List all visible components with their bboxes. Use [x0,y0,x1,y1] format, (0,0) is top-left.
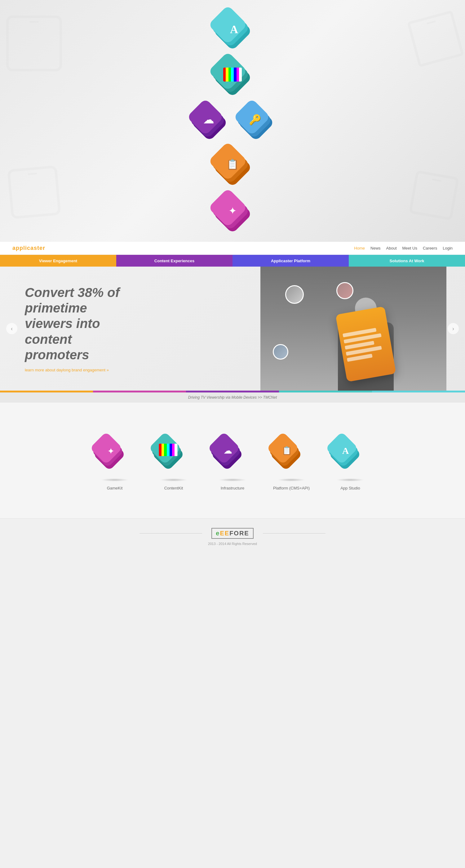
banner-next-button[interactable]: › [447,323,459,334]
product-label-appstudio: App Studio [340,486,360,490]
footer-logo: eEEFORE [211,528,253,539]
nav-link-careers[interactable]: Careers [423,246,437,250]
arrow-left-icon: ‹ [11,326,13,332]
hero-icon-platform: 🔑 [239,104,273,138]
hero-icons-cloud-row: ☁ 🔑 [192,104,273,138]
footer-logo-green: e [216,530,220,537]
banner-sublink[interactable]: learn more about daylong brand engagemen… [25,368,136,372]
banner-image-area [229,267,446,391]
product-label-platform: Platform (CMS+API) [273,486,310,490]
product-label-infrastructure: Infrastructure [221,486,245,490]
hero-icon-gamekit: ✦ [214,194,251,231]
main-banner: ‹ Convert 38% of primetime viewers into … [0,267,465,391]
product-shadow-infrastructure [219,478,246,482]
footer-line-left [140,533,202,533]
spacer-2 [0,503,465,518]
ticker-text: Driving TV Viewership via Mobile Devices… [188,395,277,400]
footer: eEEFORE 2013 - 2014 All Rights Reserved [0,518,465,555]
tab-solutions-at-work[interactable]: Solutions At Work [349,255,465,267]
avatar-2 [336,282,353,299]
nav-link-meetus[interactable]: Meet Us [402,246,417,250]
spacer-1 [0,402,465,418]
product-shadow-appstudio [336,478,364,482]
nav-logo: applicaster [12,245,45,251]
nav-link-news[interactable]: News [370,246,381,250]
tab-applicaster-platform[interactable]: Applicaster Platform [232,255,349,267]
tab-bar: Viewer Engagement Content Experiences Ap… [0,255,465,267]
nav-logo-suffix: aster [30,245,45,251]
product-contentkit: ContentKit [153,436,194,490]
banner-prev-button[interactable]: ‹ [6,323,18,334]
banner-text-area: Convert 38% of primetime viewers into co… [0,285,161,373]
ghost-icon-left-bottom [9,167,59,217]
hero-icon-contentkit [214,57,251,95]
navbar: applicaster Home News About Meet Us Care… [0,242,465,255]
hero-icon-cmsapi: 📋 [214,147,251,184]
products-section: ✦ GameKit ContentKit [0,418,465,503]
footer-logo-yellow: EE [220,530,229,537]
product-platform: 📋 Platform (CMS+API) [271,436,312,490]
arrow-right-icon: › [452,326,454,332]
nav-logo-highlight: c [27,245,30,251]
avatar-3 [273,344,288,360]
avatar-1 [285,285,304,304]
tab-viewer-engagement[interactable]: Viewer Engagement [0,255,116,267]
news-ticker: Driving TV Viewership via Mobile Devices… [0,393,465,402]
product-label-contentkit: ContentKit [164,486,183,490]
product-shadow-gamekit [101,478,129,482]
footer-logo-text: FORE [229,530,249,537]
product-icon-gamekit: ✦ [95,436,135,477]
product-appstudio: A App Studio [330,436,370,490]
product-icon-platform: 📋 [271,436,312,477]
banner-headline: Convert 38% of primetime viewers into co… [25,285,136,363]
product-icon-infrastructure: ☁ [212,436,253,477]
hero-icon-appstudio: A [214,11,251,48]
product-infrastructure: ☁ Infrastructure [212,436,253,490]
product-label-gamekit: GameKit [107,486,123,490]
ghost-icon-left [6,16,62,71]
hero-icons-column: A ☁ [192,11,273,231]
product-icon-appstudio: A [330,436,370,477]
nav-link-home[interactable]: Home [354,246,365,250]
hero-section: A ☁ [0,0,465,242]
nav-link-login[interactable]: Login [443,246,453,250]
footer-copyright: 2013 - 2014 All Rights Reserved [208,542,257,546]
ghost-icon-right-bottom [412,174,456,217]
product-gamekit: ✦ GameKit [95,436,135,490]
tab-content-experiences[interactable]: Content Experiences [116,255,232,267]
footer-line-right [263,533,326,533]
product-shadow-platform [277,478,305,482]
products-row: ✦ GameKit ContentKit [95,436,370,490]
nav-link-about[interactable]: About [386,246,397,250]
nav-links: Home News About Meet Us Careers Login [354,246,453,250]
hero-icon-infrastructure: ☁ [192,104,226,138]
nav-logo-prefix: appli [12,245,27,251]
product-shadow-contentkit [160,478,188,482]
product-icon-contentkit [153,436,194,477]
ghost-icon-right-top [412,16,459,62]
